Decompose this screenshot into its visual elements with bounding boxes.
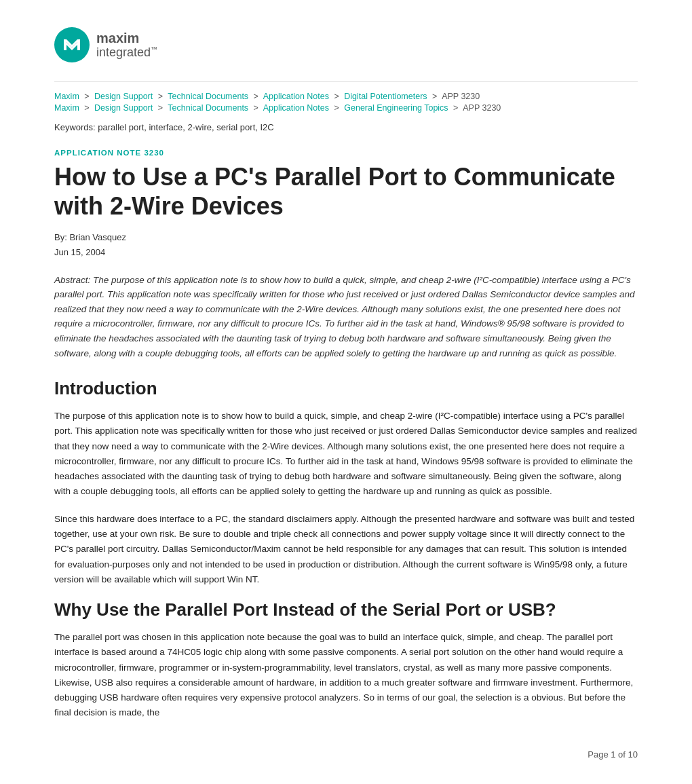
page-number: Page 1 of 10 bbox=[588, 749, 638, 760]
brand-sub: integrated bbox=[96, 45, 151, 59]
page-container: maxim integrated™ Maxim > Design Support… bbox=[0, 0, 692, 784]
breadcrumb-tech-docs-1[interactable]: Technical Documents bbox=[168, 92, 248, 101]
logo-divider bbox=[54, 81, 638, 82]
intro-para-2: Since this hardware does interface to a … bbox=[54, 512, 638, 587]
breadcrumb-design-support-1[interactable]: Design Support bbox=[94, 92, 153, 101]
date: Jun 15, 2004 bbox=[54, 245, 638, 260]
trademark: ™ bbox=[151, 45, 157, 53]
keywords-values: parallel port, interface, 2-wire, serial… bbox=[98, 122, 273, 132]
breadcrumb-tech-docs-2[interactable]: Technical Documents bbox=[168, 103, 248, 113]
logo-svg bbox=[61, 34, 83, 56]
breadcrumb-app-notes-1[interactable]: Application Notes bbox=[263, 92, 329, 101]
brand-name: maxim bbox=[96, 31, 139, 45]
why-para-1: The parallel port was chosen in this app… bbox=[54, 630, 638, 721]
breadcrumb-app-num-2: APP 3230 bbox=[463, 103, 501, 113]
breadcrumb-line-2: Maxim > Design Support > Technical Docum… bbox=[54, 103, 638, 113]
logo-text: maxim integrated™ bbox=[96, 31, 157, 60]
keywords-line: Keywords: parallel port, interface, 2-wi… bbox=[54, 122, 638, 132]
author-date: By: Brian Vasquez Jun 15, 2004 bbox=[54, 230, 638, 260]
breadcrumb-maxim-2[interactable]: Maxim bbox=[54, 103, 79, 113]
breadcrumb-section: Maxim > Design Support > Technical Docum… bbox=[54, 92, 638, 113]
breadcrumb-design-support-2[interactable]: Design Support bbox=[94, 103, 153, 113]
breadcrumb-app-notes-2[interactable]: Application Notes bbox=[263, 103, 329, 113]
section-why-parallel: Why Use the Parallel Port Instead of the… bbox=[54, 599, 638, 721]
app-note-label: APPLICATION NOTE 3230 bbox=[54, 149, 638, 157]
author: By: Brian Vasquez bbox=[54, 230, 638, 245]
breadcrumb-maxim-1[interactable]: Maxim bbox=[54, 92, 79, 101]
breadcrumb-digital-pot[interactable]: Digital Potentiometers bbox=[344, 92, 427, 101]
abstract: Abstract: The purpose of this applicatio… bbox=[54, 273, 638, 361]
keywords-label: Keywords: bbox=[54, 122, 96, 132]
intro-para-1: The purpose of this application note is … bbox=[54, 409, 638, 500]
logo-area: maxim integrated™ bbox=[54, 27, 638, 62]
doc-title: How to Use a PC's Parallel Port to Commu… bbox=[54, 162, 638, 221]
logo-icon bbox=[54, 27, 90, 62]
section-heading-intro: Introduction bbox=[54, 378, 638, 399]
section-heading-why: Why Use the Parallel Port Instead of the… bbox=[54, 599, 638, 620]
breadcrumb-general-engineering[interactable]: General Engineering Topics bbox=[344, 103, 448, 113]
breadcrumb-app-num-1: APP 3230 bbox=[442, 92, 480, 101]
section-introduction: Introduction The purpose of this applica… bbox=[54, 378, 638, 587]
breadcrumb-line-1: Maxim > Design Support > Technical Docum… bbox=[54, 92, 638, 101]
